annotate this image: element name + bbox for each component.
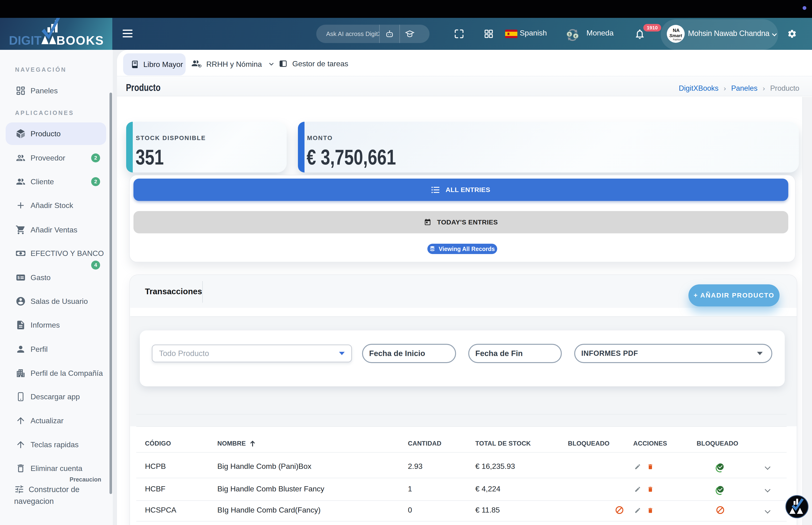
svg-text:$: $: [18, 275, 20, 280]
svg-text:$: $: [568, 32, 570, 36]
svg-text:Fashion: Fashion: [673, 38, 681, 41]
svg-text:Smart: Smart: [669, 33, 682, 38]
svg-text:€: €: [575, 34, 577, 38]
svg-text:NA: NA: [673, 28, 680, 33]
